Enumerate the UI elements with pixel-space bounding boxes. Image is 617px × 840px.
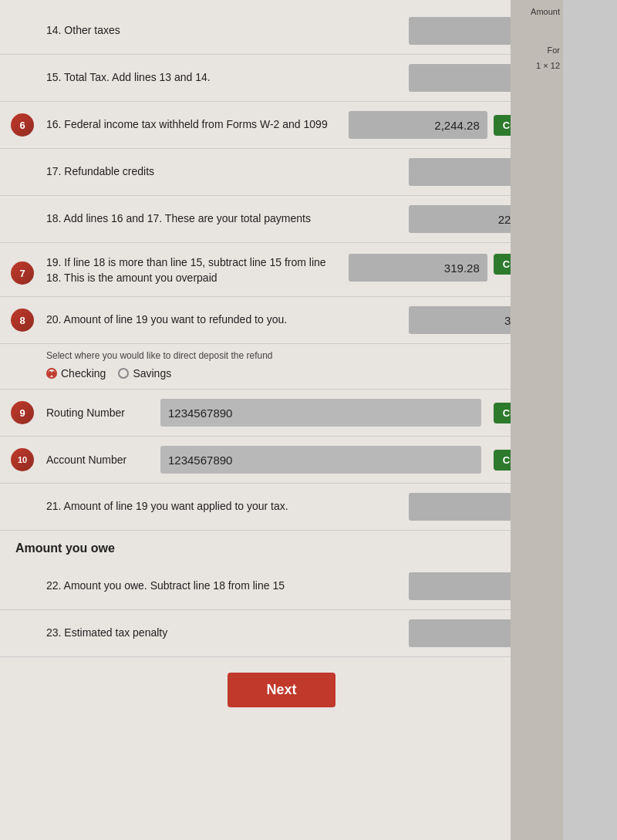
side-calc: 1 × 12 <box>533 58 563 73</box>
savings-radio-item[interactable]: Savings <box>118 367 171 380</box>
step-8-badge: 8 <box>11 309 34 332</box>
side-panel: Amount For 1 × 12 <box>511 0 563 840</box>
row-14: 14. Other taxes <box>0 8 563 55</box>
checking-label: Checking <box>61 367 106 380</box>
step-9-badge: 9 <box>11 401 34 424</box>
radio-group: Checking Savings <box>46 367 548 380</box>
row-19: 7 19. If line 18 is more than line 15, s… <box>0 243 563 297</box>
amount-you-owe-header: Amount you owe <box>0 531 563 563</box>
step-10-badge: 10 <box>11 448 34 471</box>
account-row: 10 Account Number Correct <box>0 437 563 484</box>
row-23: 23. Estimated tax penalty <box>0 610 563 657</box>
row-21: 21. Amount of line 19 you want applied t… <box>0 484 563 531</box>
row-17-label: 17. Refundable credits <box>46 164 401 180</box>
row-22: 22. Amount you owe. Subtract line 18 fro… <box>0 563 563 610</box>
step-6-badge: 6 <box>11 113 34 137</box>
row-16-input[interactable] <box>349 111 487 139</box>
row-20: 8 20. Amount of line 19 you want to refu… <box>0 297 563 344</box>
main-container: 14. Other taxes 15. Total Tax. Add lines… <box>0 0 563 840</box>
savings-radio-circle[interactable] <box>118 368 129 379</box>
account-input[interactable] <box>160 446 481 474</box>
row-19-label: 19. If line 18 is more than line 15, sub… <box>46 254 341 285</box>
row-19-input[interactable] <box>349 254 487 282</box>
next-btn-container: Next <box>0 657 563 723</box>
deposit-section: Select where you would like to direct de… <box>0 344 563 390</box>
routing-input[interactable] <box>160 399 481 427</box>
row-14-label: 14. Other taxes <box>46 23 401 39</box>
row-18: 18. Add lines 16 and 17. These are your … <box>0 196 563 243</box>
row-17: 17. Refundable credits <box>0 149 563 196</box>
row-16-label: 16. Federal income tax withheld from For… <box>46 117 341 133</box>
routing-label: Routing Number <box>46 407 154 419</box>
routing-row: 9 Routing Number Correct <box>0 390 563 437</box>
side-amount-label: Amount <box>528 4 563 19</box>
row-23-label: 23. Estimated tax penalty <box>46 626 401 641</box>
checking-radio-item[interactable]: Checking <box>46 367 106 380</box>
row-16: 6 16. Federal income tax withheld from F… <box>0 102 563 149</box>
account-label: Account Number <box>46 454 154 466</box>
row-20-label: 20. Amount of line 19 you want to refund… <box>46 312 401 328</box>
savings-label: Savings <box>133 367 171 380</box>
amount-you-owe-title: Amount you owe <box>15 541 115 555</box>
row-21-label: 21. Amount of line 19 you want applied t… <box>46 499 401 514</box>
row-18-label: 18. Add lines 16 and 17. These are your … <box>46 211 401 227</box>
checking-radio-circle[interactable] <box>46 368 57 379</box>
deposit-label: Select where you would like to direct de… <box>46 350 548 361</box>
row-22-label: 22. Amount you owe. Subtract line 18 fro… <box>46 579 401 594</box>
side-for-label: For <box>545 42 564 58</box>
row-15: 15. Total Tax. Add lines 13 and 14. <box>0 55 563 102</box>
row-15-label: 15. Total Tax. Add lines 13 and 14. <box>46 70 401 86</box>
step-7-badge: 7 <box>11 261 34 285</box>
next-button[interactable]: Next <box>228 673 335 707</box>
